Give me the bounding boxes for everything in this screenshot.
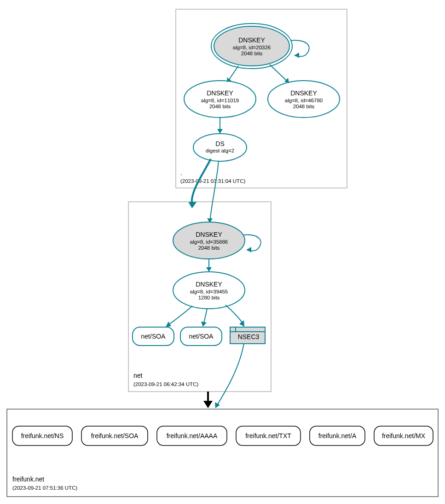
root-zsk2-alg: alg=8, id=46780 xyxy=(285,98,323,103)
net-zsk-bits: 1280 bits xyxy=(198,295,220,300)
svg-marker-24 xyxy=(215,402,220,408)
net-zsk-title: DNSKEY xyxy=(196,281,222,288)
net-soa-2: net/SOA xyxy=(180,327,222,346)
leaf-1: freifunk.net/SOA xyxy=(91,432,139,440)
edge-net-zsk-soa1 xyxy=(167,306,192,326)
root-ksk-alg: alg=8, id=20326 xyxy=(233,45,271,50)
net-ksk: DNSKEY alg=8, id=35886 2048 bits xyxy=(173,222,245,259)
svg-point-7 xyxy=(193,134,247,161)
svg-marker-14 xyxy=(206,267,212,272)
edge-net-ksk-self xyxy=(243,235,261,251)
leaf-record-aaaa: freifunk.net/AAAA xyxy=(157,426,227,445)
svg-marker-8 xyxy=(217,129,223,134)
leaf-record-txt: freifunk.net/TXT xyxy=(236,426,301,445)
leaf-3: freifunk.net/TXT xyxy=(245,432,291,440)
zone-root-ts: (2023-09-21 03:31:04 UTC) xyxy=(180,178,245,184)
net-zsk-alg: alg=8, id=39455 xyxy=(190,289,228,294)
net-soa-2-label: net/SOA xyxy=(189,333,214,340)
leaf-5: freifunk.net/MX xyxy=(382,432,426,440)
net-soa-1: net/SOA xyxy=(133,327,174,346)
edge-nsec3-to-leaf xyxy=(216,344,244,406)
leaf-2: freifunk.net/AAAA xyxy=(167,432,218,440)
net-soa-1-label: net/SOA xyxy=(141,333,166,340)
root-zsk-46780: DNSKEY alg=8, id=46780 2048 bits xyxy=(268,81,340,117)
zone-net-label: net xyxy=(133,372,143,379)
edge-root-ksk-self xyxy=(290,41,309,57)
svg-marker-2 xyxy=(295,53,299,58)
leaf-record-mx: freifunk.net/MX xyxy=(374,426,433,445)
root-zsk2-title: DNSKEY xyxy=(290,89,317,97)
svg-marker-23 xyxy=(203,401,213,408)
zone-net-ts: (2023-09-21 06:42:34 UTC) xyxy=(133,381,198,387)
net-ksk-bits: 2048 bits xyxy=(198,245,220,251)
root-ksk: DNSKEY alg=8, id=20326 2048 bits xyxy=(211,23,292,69)
edge-net-zsk-nsec3 xyxy=(225,305,244,325)
net-ksk-title: DNSKEY xyxy=(196,231,222,238)
net-nsec3: NSEC3 xyxy=(230,327,265,344)
svg-marker-20 xyxy=(166,322,171,327)
root-ds: DS digest alg=2 xyxy=(193,134,247,161)
svg-marker-22 xyxy=(239,320,244,327)
root-ds-title: DS xyxy=(215,140,224,147)
zone-leaf-label: freifunk.net xyxy=(12,475,44,483)
leaf-record-ns: freifunk.net/NS xyxy=(12,426,72,445)
zone-leaf-ts: (2023-09-21 07:51:36 UTC) xyxy=(12,485,77,491)
root-zsk2-bits: 2048 bits xyxy=(293,104,315,109)
svg-marker-10 xyxy=(247,247,251,252)
leaf-4: freifunk.net/A xyxy=(318,432,357,440)
leaf-record-a: freifunk.net/A xyxy=(310,426,365,445)
root-ksk-bits: 2048 bits xyxy=(241,51,263,56)
root-ds-alg: digest alg=2 xyxy=(206,148,234,153)
svg-marker-21 xyxy=(201,322,207,327)
root-zsk1-bits: 2048 bits xyxy=(209,104,231,109)
leaf-record-soa: freifunk.net/SOA xyxy=(81,426,148,445)
net-ksk-alg: alg=8, id=35886 xyxy=(190,239,228,245)
dnssec-diagram: DNSKEY alg=8, id=20326 2048 bits DNSKEY … xyxy=(0,0,445,504)
zone-root-label: . xyxy=(180,169,182,176)
leaf-0: freifunk.net/NS xyxy=(21,432,64,440)
root-zsk-11019: DNSKEY alg=8, id=11019 2048 bits xyxy=(184,81,256,117)
root-zsk1-title: DNSKEY xyxy=(207,89,233,97)
root-ksk-title: DNSKEY xyxy=(238,36,265,44)
edge-root-ds-to-net-ksk xyxy=(210,161,219,222)
net-nsec3-label: NSEC3 xyxy=(238,333,260,340)
zone-leaf-box xyxy=(7,409,438,497)
root-zsk1-alg: alg=8, id=11019 xyxy=(201,98,239,103)
net-zsk: DNSKEY alg=8, id=39455 1280 bits xyxy=(173,272,245,309)
